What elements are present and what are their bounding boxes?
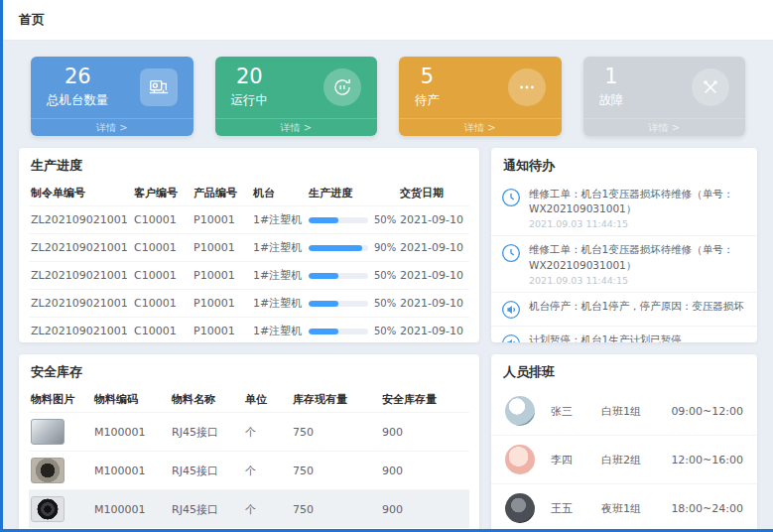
speaker-icon: [501, 333, 521, 342]
panel-title: 通知待办: [491, 148, 757, 181]
notification-text: 维修工单：机台1变压器损坏待维修（单号：WX202109031001）: [529, 242, 747, 272]
detail-link[interactable]: 详情 >: [399, 118, 562, 136]
table-row: ZL202109021001 C10001 P10001 1#注塑机 90% 2…: [29, 234, 469, 262]
machine-cell: 1#注塑机: [251, 318, 307, 343]
customer-no-cell: C10001: [132, 262, 192, 290]
progress-bar: 50%: [309, 298, 396, 309]
person-shift: 白班2组: [601, 453, 671, 467]
material-code-cell: M100001: [92, 490, 170, 529]
panel-title: 人员排班: [491, 354, 757, 387]
progress-bar: 50%: [309, 270, 396, 281]
ellipsis-icon: [508, 68, 546, 106]
order-no-cell: ZL202109021001: [29, 262, 132, 290]
progress-cell: 50%: [307, 290, 398, 318]
machine-cell: 1#注塑机: [251, 262, 307, 290]
notification-item[interactable]: 机台停产：机台1停产，停产原因：变压器损坏: [491, 293, 757, 327]
col-machine: 机台: [251, 181, 307, 206]
order-no-cell: ZL202109021001: [29, 206, 132, 234]
progress-bar: 50%: [309, 214, 396, 225]
table-header-row: 制令单编号 客户编号 产品编号 机台 生产进度 交货日期: [29, 181, 469, 206]
person-shift: 白班1组: [601, 404, 671, 419]
progress-percent: 90%: [374, 242, 396, 253]
progress-percent: 50%: [374, 326, 396, 336]
person-time: 09:00~12:00: [671, 405, 743, 418]
schedule-row: 李四 白班2组 12:00~16:00: [491, 436, 757, 484]
delivery-date-cell: 2021-09-10: [398, 290, 469, 318]
table-row: ZL202109021001 C10001 P10001 1#注塑机 50% 2…: [29, 318, 469, 343]
schedule-row: 王五 夜班1组 18:00~24:00: [491, 484, 757, 531]
machine-cell: 1#注塑机: [251, 234, 307, 262]
stat-card-waiting[interactable]: 5 待产 详情 >: [399, 57, 562, 136]
customer-no-cell: C10001: [132, 290, 192, 318]
progress-percent: 50%: [374, 214, 396, 225]
col-delivery-date: 交货日期: [398, 181, 469, 206]
notification-text: 计划暂停：机台1生产计划已暂停: [529, 332, 682, 342]
personnel-schedule-panel: 人员排班 张三 白班1组 09:00~12:00 李四 白班2组 12:00~1…: [491, 354, 757, 531]
customer-no-cell: C10001: [132, 318, 192, 343]
stat-card-fault[interactable]: 1 故障 详情 >: [583, 57, 746, 136]
product-no-cell: P10001: [192, 318, 251, 343]
machine-cell: 1#注塑机: [251, 206, 307, 234]
delivery-date-cell: 2021-09-10: [398, 206, 469, 234]
product-no-cell: P10001: [192, 262, 251, 290]
bottom-row: 安全库存 物料图片 物料编码 物料名称 单位 库存现有量 安全库存量: [3, 354, 773, 531]
schedule-row: 张三 白班1组 09:00~12:00: [491, 387, 757, 436]
material-name-cell: RJ45接口: [170, 413, 243, 452]
person-name: 王五: [551, 501, 601, 516]
production-table: 制令单编号 客户编号 产品编号 机台 生产进度 交货日期 ZL202109021…: [29, 181, 469, 342]
tab-home[interactable]: 首页: [19, 11, 45, 29]
round-connector-photo: [31, 458, 64, 483]
table-row: ZL202109021001 C10001 P10001 1#注塑机 50% 2…: [29, 262, 469, 290]
clock-icon: [501, 188, 521, 207]
unit-cell: 个: [243, 413, 291, 452]
col-product-no: 产品编号: [192, 181, 251, 206]
detail-link[interactable]: 详情 >: [31, 118, 193, 136]
notification-item[interactable]: 计划暂停：机台1生产计划已暂停 2021.09.03 11:44:15: [491, 327, 757, 342]
person-time: 18:00~24:00: [671, 502, 743, 515]
inventory-table: 物料图片 物料编码 物料名称 单位 库存现有量 安全库存量 M100001 RJ…: [29, 387, 469, 528]
stat-card-total-machines[interactable]: 26 总机台数量 详情 >: [31, 57, 193, 136]
notification-time: 2021.09.03 11:44:15: [529, 275, 747, 286]
lisi-avatar: [505, 445, 535, 474]
stat-card-running[interactable]: 20 运行中 详情 >: [215, 57, 378, 136]
detail-link[interactable]: 详情 >: [215, 118, 378, 136]
material-image-cell: [29, 452, 92, 490]
material-code-cell: M100001: [92, 413, 170, 452]
progress-bar: 90%: [309, 242, 396, 253]
col-material-code: 物料编码: [92, 387, 170, 413]
order-no-cell: ZL202109021001: [29, 318, 132, 343]
notification-item[interactable]: 维修工单：机台1变压器损坏待维修（单号：WX202109031001） 2021…: [491, 236, 757, 292]
customer-no-cell: C10001: [132, 234, 192, 262]
person-shift: 夜班1组: [601, 501, 671, 516]
safety-stock-panel: 安全库存 物料图片 物料编码 物料名称 单位 库存现有量 安全库存量: [19, 354, 479, 531]
table-row: M100001 RJ45接口 个 750 900: [29, 413, 469, 452]
table-row: M100001 RJ45接口 个 750 900: [29, 490, 469, 529]
running-icon: [323, 68, 361, 106]
stat-value: 20: [231, 65, 269, 89]
detail-link[interactable]: 详情 >: [583, 118, 746, 136]
stat-value: 5: [415, 65, 440, 89]
machine-cell: 1#注塑机: [251, 290, 307, 318]
unit-cell: 个: [243, 452, 291, 490]
notification-text: 机台停产：机台1停产，停产原因：变压器损坏: [529, 299, 744, 314]
progress-cell: 50%: [307, 318, 398, 343]
panel-title: 生产进度: [19, 148, 479, 181]
col-order-no: 制令单编号: [29, 181, 132, 206]
stock-qty-cell: 750: [291, 413, 380, 452]
notification-item[interactable]: 维修工单：机台1变压器损坏待维修（单号：WX202109031001） 2021…: [491, 181, 757, 236]
stat-label: 总机台数量: [47, 92, 109, 109]
progress-percent: 50%: [374, 298, 396, 309]
material-code-cell: M100001: [92, 452, 170, 490]
safety-qty-cell: 900: [380, 413, 469, 452]
unit-cell: 个: [243, 490, 291, 529]
stat-label: 运行中: [231, 92, 269, 109]
rj45-connector-photo: [31, 419, 64, 445]
person-name: 李四: [551, 453, 601, 467]
production-progress-panel: 生产进度 制令单编号 客户编号 产品编号 机台 生产进度 交货日期 ZL2021: [19, 148, 479, 342]
table-row: ZL202109021001 C10001 P10001 1#注塑机 50% 2…: [29, 206, 469, 234]
middle-row: 生产进度 制令单编号 客户编号 产品编号 机台 生产进度 交货日期 ZL2021: [3, 148, 773, 342]
notification-text: 维修工单：机台1变压器损坏待维修（单号：WX202109031001）: [529, 187, 747, 216]
progress-cell: 90%: [307, 234, 398, 262]
notifications-panel: 通知待办 维修工单：机台1变压器损坏待维修（单号：WX202109031001）…: [491, 148, 757, 342]
stock-qty-cell: 750: [291, 452, 380, 490]
